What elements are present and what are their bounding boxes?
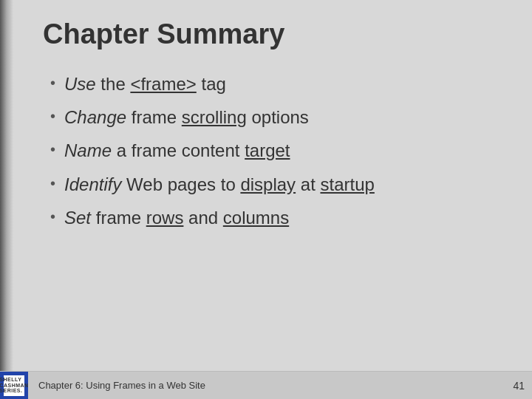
slide-container: Chapter Summary • Use the <frame> tag • … [0, 0, 532, 371]
left-bar-decoration [0, 0, 13, 371]
publisher-logo: SHELLY CASHMAN SERIES. [0, 372, 28, 400]
bullet-text: Use the <frame> tag [64, 72, 226, 95]
list-item: • Set frame rows and columns [50, 206, 502, 229]
bullet-text: Change frame scrolling options [64, 106, 309, 129]
footer-caption: Chapter 6: Using Frames in a Web Site [38, 380, 205, 391]
footer-left: SHELLY CASHMAN SERIES. Chapter 6: Using … [0, 372, 205, 400]
footer-page-number: 41 [513, 380, 525, 392]
content-area: Chapter Summary • Use the <frame> tag • … [13, 0, 532, 371]
list-item: • Change frame scrolling options [50, 106, 502, 129]
logo-text-block: SHELLY CASHMAN SERIES. [0, 377, 29, 394]
list-item: • Name a frame content target [50, 139, 502, 162]
slide-title: Chapter Summary [43, 18, 502, 50]
footer: SHELLY CASHMAN SERIES. Chapter 6: Using … [0, 371, 532, 399]
logo-line-3: SERIES. [0, 388, 29, 394]
bullet-text: Identify Web pages to display at startup [64, 173, 375, 196]
bullet-text: Name a frame content target [64, 139, 290, 162]
bullet-list: • Use the <frame> tag • Change frame scr… [43, 72, 502, 239]
logo-line-1: SHELLY [0, 377, 29, 383]
bullet-dot: • [50, 141, 55, 158]
bullet-dot: • [50, 208, 55, 225]
bullet-dot: • [50, 75, 55, 92]
bullet-text: Set frame rows and columns [64, 206, 289, 229]
list-item: • Use the <frame> tag [50, 72, 502, 95]
logo-line-2: CASHMAN [0, 383, 29, 389]
list-item: • Identify Web pages to display at start… [50, 173, 502, 196]
bullet-dot: • [50, 108, 55, 125]
bullet-dot: • [50, 175, 55, 192]
logo-inner: SHELLY CASHMAN SERIES. [4, 375, 24, 396]
